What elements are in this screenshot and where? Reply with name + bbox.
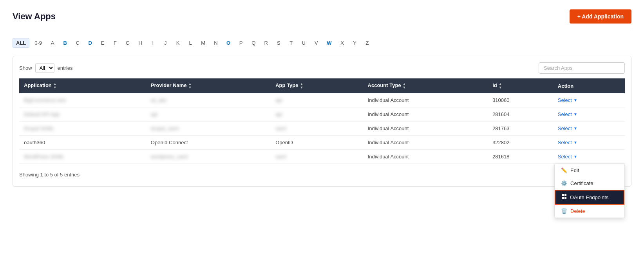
col-header-id[interactable]: Id▲▼ (488, 78, 553, 93)
cell-application: oauth360 (19, 136, 146, 150)
alpha-btn-x[interactable]: X (337, 38, 348, 48)
cell-app-type: OpenID (271, 136, 363, 150)
cell-provider: api (146, 107, 271, 122)
alpha-btn-0-9[interactable]: 0-9 (31, 38, 45, 48)
alpha-btn-e[interactable]: E (97, 38, 108, 48)
col-header-action: Action (553, 78, 625, 93)
cell-action[interactable]: Select ▼ (553, 93, 625, 107)
alpha-filter: ALL0-9ABCDEFGHIJKLMNOPQRSTUVWXYZ (13, 38, 631, 48)
alpha-btn-t[interactable]: T (286, 38, 297, 48)
table-footer: Showing 1 to 5 of 5 entries First Prev (19, 169, 625, 180)
table-row: oauth360OpenId ConnectOpenIDIndividual A… (19, 136, 625, 150)
cell-account-type: Individual Account (363, 150, 488, 164)
svg-rect-0 (562, 194, 564, 196)
svg-rect-1 (564, 194, 566, 196)
alpha-btn-r[interactable]: R (260, 38, 271, 48)
alpha-btn-h[interactable]: H (135, 38, 146, 48)
cell-app-type: saml (271, 122, 363, 136)
alpha-btn-w[interactable]: W (323, 38, 335, 48)
cell-app-type: api (271, 93, 363, 107)
alpha-btn-k[interactable]: K (172, 38, 183, 48)
cell-provider: wordpress_saml (146, 150, 271, 164)
page-title: View Apps (13, 11, 56, 22)
alpha-btn-b[interactable]: B (60, 38, 71, 48)
alpha-btn-n[interactable]: N (210, 38, 221, 48)
dropdown-item-edit[interactable]: ✏️Edit (555, 164, 624, 177)
cell-id: 322802 (488, 136, 553, 150)
oauth_endpoints-icon (562, 194, 567, 200)
dropdown-item-delete[interactable]: 🗑️Delete (555, 205, 624, 218)
cell-action[interactable]: Select ▼ (553, 107, 625, 122)
entries-select[interactable]: 102550All (35, 63, 54, 73)
alpha-btn-all[interactable]: ALL (13, 38, 29, 48)
dropdown-label-certificate: Certificate (570, 180, 593, 186)
dropdown-label-edit: Edit (570, 167, 579, 173)
table-row: WordPress SAMLwordpress_samlsamlIndividu… (19, 150, 625, 164)
alpha-btn-z[interactable]: Z (362, 38, 373, 48)
cell-provider: OpenId Connect (146, 136, 271, 150)
svg-rect-3 (564, 197, 566, 199)
alpha-btn-m[interactable]: M (197, 38, 209, 48)
add-application-button[interactable]: + Add Application (570, 9, 631, 24)
alpha-btn-j[interactable]: J (160, 38, 171, 48)
cell-app-type: saml (271, 150, 363, 164)
alpha-btn-y[interactable]: Y (349, 38, 360, 48)
cell-action[interactable]: Select ▼ (553, 122, 625, 136)
page-header: View Apps + Add Application (13, 9, 631, 30)
dropdown-item-oauth_endpoints[interactable]: OAuth Endpoints (555, 190, 624, 205)
cell-application: WordPress SAML (19, 150, 146, 164)
cell-id: 281763 (488, 122, 553, 136)
col-header-app_type[interactable]: App Type▲▼ (271, 78, 363, 93)
showing-text: Showing 1 to 5 of 5 entries (19, 172, 80, 178)
col-header-application[interactable]: Application▲▼ (19, 78, 146, 93)
delete-icon: 🗑️ (561, 208, 567, 214)
alpha-btn-v[interactable]: V (311, 38, 322, 48)
table-container: Show 102550All entries Application▲▼Prov… (13, 56, 631, 187)
alpha-btn-o[interactable]: O (223, 38, 234, 48)
cell-id: 281618 (488, 150, 553, 164)
cell-provider: drupal_saml (146, 122, 271, 136)
select-button-0[interactable]: Select ▼ (558, 97, 577, 103)
svg-rect-2 (562, 197, 564, 199)
table-row: BigCommerce testwt_abcapiIndividual Acco… (19, 93, 625, 107)
cell-id: 310060 (488, 93, 553, 107)
dropdown-label-oauth_endpoints: OAuth Endpoints (570, 194, 608, 200)
show-entries: Show 102550All entries (19, 63, 73, 73)
select-button-3[interactable]: Select ▼ (558, 140, 577, 145)
table-row: Drupal SAMLdrupal_samlsamlIndividual Acc… (19, 122, 625, 136)
select-button-4[interactable]: Select ▼ (558, 154, 577, 160)
alpha-btn-i[interactable]: I (147, 38, 158, 48)
show-label: Show (19, 65, 32, 71)
alpha-btn-g[interactable]: G (122, 38, 133, 48)
search-input[interactable] (539, 62, 625, 74)
alpha-btn-d[interactable]: D (85, 38, 96, 48)
cell-application: Drupal SAML (19, 122, 146, 136)
dropdown-label-delete: Delete (570, 208, 585, 214)
table-controls: Show 102550All entries (19, 62, 625, 74)
col-header-account_type[interactable]: Account Type▲▼ (363, 78, 488, 93)
select-button-2[interactable]: Select ▼ (558, 125, 577, 131)
certificate-icon: ⚙️ (561, 180, 567, 186)
entries-label: entries (58, 65, 73, 71)
cell-account-type: Individual Account (363, 136, 488, 150)
alpha-btn-a[interactable]: A (47, 38, 58, 48)
action-dropdown-menu: ✏️Edit⚙️CertificateOAuth Endpoints🗑️Dele… (554, 163, 625, 218)
alpha-btn-q[interactable]: Q (248, 38, 259, 48)
alpha-btn-u[interactable]: U (298, 38, 309, 48)
cell-id: 281604 (488, 107, 553, 122)
alpha-btn-l[interactable]: L (185, 38, 196, 48)
edit-icon: ✏️ (561, 167, 567, 173)
cell-account-type: Individual Account (363, 107, 488, 122)
alpha-btn-p[interactable]: P (235, 38, 246, 48)
cell-account-type: Individual Account (363, 122, 488, 136)
alpha-btn-s[interactable]: S (273, 38, 284, 48)
dropdown-item-certificate[interactable]: ⚙️Certificate (555, 177, 624, 190)
cell-action[interactable]: Select ▼ (553, 136, 625, 150)
cell-application: Default API App (19, 107, 146, 122)
cell-action[interactable]: Select ▼✏️Edit⚙️CertificateOAuth Endpoin… (553, 150, 625, 164)
alpha-btn-f[interactable]: F (110, 38, 121, 48)
alpha-btn-c[interactable]: C (72, 38, 83, 48)
select-button-1[interactable]: Select ▼ (558, 111, 577, 117)
col-header-provider_name[interactable]: Provider Name▲▼ (146, 78, 271, 93)
cell-application: BigCommerce test (19, 93, 146, 107)
